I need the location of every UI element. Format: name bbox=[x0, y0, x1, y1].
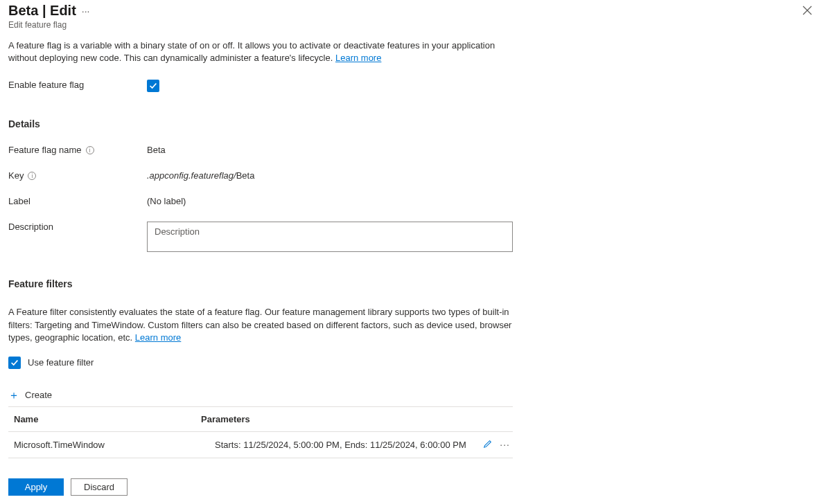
description-input[interactable] bbox=[147, 222, 513, 252]
col-header-params: Parameters bbox=[201, 414, 513, 424]
info-icon[interactable]: i bbox=[86, 146, 94, 154]
filter-row-params: Starts: 11/25/2024, 5:00:00 PM, Ends: 11… bbox=[201, 440, 483, 450]
key-value: .appconfig.featureflag/Beta bbox=[147, 170, 254, 181]
create-filter-button[interactable]: ＋ Create bbox=[8, 390, 818, 401]
details-heading: Details bbox=[8, 118, 818, 129]
description-label: Description bbox=[8, 222, 147, 232]
check-icon bbox=[148, 81, 158, 91]
feature-name-label: Feature flag name i bbox=[8, 145, 147, 155]
edit-icon[interactable] bbox=[483, 439, 493, 451]
col-header-name: Name bbox=[14, 414, 201, 424]
enable-feature-row: Enable feature flag bbox=[8, 80, 818, 92]
row-more-icon[interactable]: ··· bbox=[500, 439, 510, 450]
page-title: Beta | Edit bbox=[8, 3, 76, 19]
info-icon[interactable]: i bbox=[28, 172, 36, 180]
close-icon[interactable] bbox=[797, 3, 818, 21]
apply-button[interactable]: Apply bbox=[8, 478, 64, 496]
intro-text: A feature flag is a variable with a bina… bbox=[8, 39, 521, 64]
filters-heading: Feature filters bbox=[8, 278, 818, 289]
use-feature-filter-row: Use feature filter bbox=[8, 357, 818, 369]
footer-actions: Apply Discard bbox=[8, 478, 128, 496]
filters-learn-more-link[interactable]: Learn more bbox=[135, 332, 181, 343]
learn-more-link[interactable]: Learn more bbox=[335, 53, 381, 63]
check-icon bbox=[10, 358, 19, 368]
use-feature-filter-label: Use feature filter bbox=[28, 357, 94, 368]
discard-button[interactable]: Discard bbox=[71, 478, 128, 496]
header-more-icon[interactable]: ··· bbox=[82, 6, 90, 16]
key-label: Key i bbox=[8, 170, 147, 181]
label-value: (No label) bbox=[147, 196, 186, 206]
plus-icon: ＋ bbox=[8, 390, 19, 401]
filters-intro: A Feature filter consistently evaluates … bbox=[8, 306, 521, 344]
enable-feature-label: Enable feature flag bbox=[8, 80, 147, 90]
feature-name-value: Beta bbox=[147, 145, 166, 155]
filters-table: Name Parameters Microsoft.TimeWindow Sta… bbox=[8, 406, 513, 458]
page-subtitle: Edit feature flag bbox=[8, 20, 90, 30]
use-feature-filter-checkbox[interactable] bbox=[8, 357, 21, 369]
enable-feature-checkbox[interactable] bbox=[147, 80, 159, 92]
table-row: Microsoft.TimeWindow Starts: 11/25/2024,… bbox=[8, 432, 513, 458]
filter-row-name: Microsoft.TimeWindow bbox=[14, 440, 201, 450]
label-label: Label bbox=[8, 196, 147, 206]
